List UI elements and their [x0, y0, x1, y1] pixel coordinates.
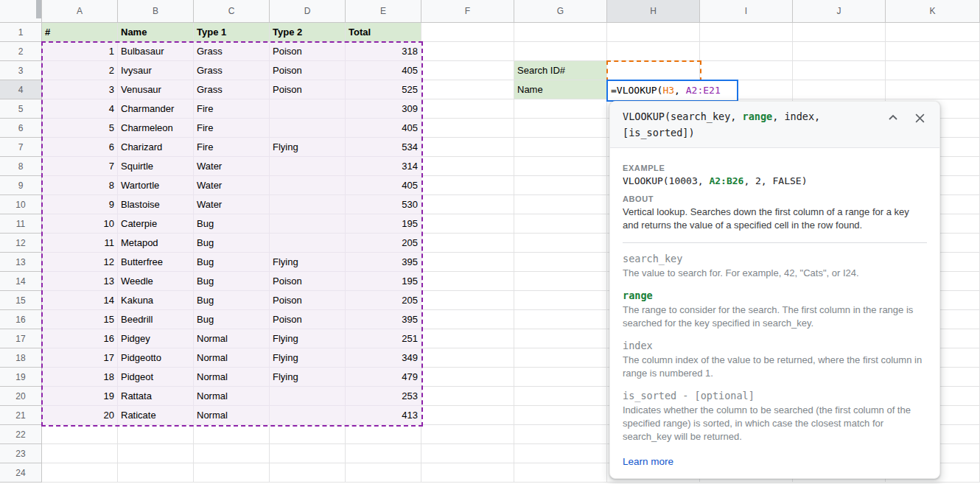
- cell-I3[interactable]: [700, 61, 793, 80]
- cell-E7[interactable]: 534: [346, 138, 421, 157]
- row-header-9[interactable]: 9: [0, 176, 42, 195]
- cell-D7[interactable]: Flying: [270, 138, 346, 157]
- row-header-4[interactable]: 4: [0, 80, 42, 99]
- cell-C6[interactable]: Fire: [194, 119, 270, 138]
- cell-C9[interactable]: Water: [194, 176, 270, 195]
- column-header-D[interactable]: D: [270, 0, 346, 23]
- row-header-15[interactable]: 15: [0, 291, 42, 310]
- cell-D11[interactable]: [270, 214, 346, 234]
- cell-E2[interactable]: 318: [346, 42, 421, 61]
- cell-A19[interactable]: 18: [42, 368, 118, 387]
- cell-B11[interactable]: Caterpie: [118, 214, 194, 234]
- cell-C11[interactable]: Bug: [194, 214, 270, 234]
- cell-F4[interactable]: [421, 80, 514, 99]
- cell-G18[interactable]: [514, 348, 607, 368]
- cell-A22[interactable]: [42, 425, 118, 444]
- cell-F14[interactable]: [421, 272, 514, 291]
- column-header-J[interactable]: J: [793, 0, 886, 23]
- cell-J2[interactable]: [793, 42, 886, 61]
- row-header-16[interactable]: 16: [0, 310, 42, 329]
- cell-G8[interactable]: [514, 157, 607, 176]
- cell-D5[interactable]: [270, 99, 346, 119]
- cell-A20[interactable]: 19: [42, 387, 118, 406]
- cell-B13[interactable]: Butterfree: [118, 253, 194, 272]
- cell-B16[interactable]: Beedrill: [118, 310, 194, 329]
- cell-editor[interactable]: =VLOOKUP(H3, A2:E21: [606, 80, 738, 102]
- cell-G17[interactable]: [514, 329, 607, 348]
- cell-J1[interactable]: [793, 23, 886, 42]
- cell-C23[interactable]: [194, 444, 270, 463]
- select-all-corner[interactable]: [0, 0, 42, 23]
- cell-G20[interactable]: [514, 387, 607, 406]
- cell-G24[interactable]: [514, 463, 607, 483]
- cell-G16[interactable]: [514, 310, 607, 329]
- row-header-17[interactable]: 17: [0, 329, 42, 348]
- row-header-8[interactable]: 8: [0, 157, 42, 176]
- cell-D20[interactable]: [270, 387, 346, 406]
- cell-E24[interactable]: [346, 463, 421, 483]
- cell-A17[interactable]: 16: [42, 329, 118, 348]
- cell-G12[interactable]: [514, 234, 607, 253]
- cell-C19[interactable]: Normal: [194, 368, 270, 387]
- cell-E1[interactable]: Total: [346, 23, 421, 42]
- cell-E14[interactable]: 195: [346, 272, 421, 291]
- cell-E15[interactable]: 205: [346, 291, 421, 310]
- cell-K3[interactable]: [886, 61, 980, 80]
- cell-D17[interactable]: Flying: [270, 329, 346, 348]
- cell-B23[interactable]: [118, 444, 194, 463]
- cell-F2[interactable]: [421, 42, 514, 61]
- cell-C15[interactable]: Bug: [194, 291, 270, 310]
- cell-F11[interactable]: [421, 214, 514, 234]
- cell-B4[interactable]: Venusaur: [118, 80, 194, 99]
- cell-D6[interactable]: [270, 119, 346, 138]
- row-header-10[interactable]: 10: [0, 195, 42, 214]
- cell-C5[interactable]: Fire: [194, 99, 270, 119]
- cell-D18[interactable]: Flying: [270, 348, 346, 368]
- cell-D12[interactable]: [270, 234, 346, 253]
- row-header-3[interactable]: 3: [0, 61, 42, 80]
- cell-A11[interactable]: 10: [42, 214, 118, 234]
- cell-F21[interactable]: [421, 406, 514, 425]
- cell-G7[interactable]: [514, 138, 607, 157]
- cell-F17[interactable]: [421, 329, 514, 348]
- cell-G14[interactable]: [514, 272, 607, 291]
- cell-F8[interactable]: [421, 157, 514, 176]
- cell-F24[interactable]: [421, 463, 514, 483]
- cell-D16[interactable]: Poison: [270, 310, 346, 329]
- cell-B20[interactable]: Rattata: [118, 387, 194, 406]
- cell-D24[interactable]: [270, 463, 346, 483]
- cell-A16[interactable]: 15: [42, 310, 118, 329]
- cell-C17[interactable]: Normal: [194, 329, 270, 348]
- cell-A7[interactable]: 6: [42, 138, 118, 157]
- cell-A2[interactable]: 1: [42, 42, 118, 61]
- cell-G13[interactable]: [514, 253, 607, 272]
- cell-F15[interactable]: [421, 291, 514, 310]
- row-header-11[interactable]: 11: [0, 214, 42, 234]
- cell-A4[interactable]: 3: [42, 80, 118, 99]
- cell-E19[interactable]: 479: [346, 368, 421, 387]
- cell-C24[interactable]: [194, 463, 270, 483]
- cell-E6[interactable]: 405: [346, 119, 421, 138]
- cell-F6[interactable]: [421, 119, 514, 138]
- cell-B10[interactable]: Blastoise: [118, 195, 194, 214]
- cell-K1[interactable]: [886, 23, 980, 42]
- cell-B6[interactable]: Charmeleon: [118, 119, 194, 138]
- cell-G6[interactable]: [514, 119, 607, 138]
- cell-F10[interactable]: [421, 195, 514, 214]
- cell-A5[interactable]: 4: [42, 99, 118, 119]
- cell-A8[interactable]: 7: [42, 157, 118, 176]
- cell-D14[interactable]: Poison: [270, 272, 346, 291]
- row-header-21[interactable]: 21: [0, 406, 42, 425]
- cell-D23[interactable]: [270, 444, 346, 463]
- cell-F9[interactable]: [421, 176, 514, 195]
- cell-F20[interactable]: [421, 387, 514, 406]
- cell-J4[interactable]: [793, 80, 886, 99]
- cell-G23[interactable]: [514, 444, 607, 463]
- column-header-A[interactable]: A: [42, 0, 118, 23]
- cell-G2[interactable]: [514, 42, 607, 61]
- cell-D3[interactable]: Poison: [270, 61, 346, 80]
- cell-C13[interactable]: Bug: [194, 253, 270, 272]
- cell-G21[interactable]: [514, 406, 607, 425]
- cell-D4[interactable]: Poison: [270, 80, 346, 99]
- close-button[interactable]: [913, 111, 926, 124]
